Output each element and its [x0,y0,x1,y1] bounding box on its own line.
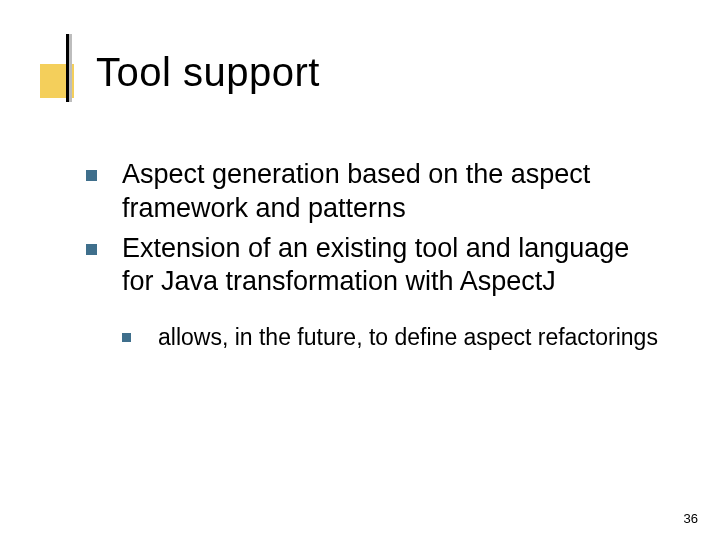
bullet-text: Extension of an existing tool and langua… [122,233,629,297]
page-number: 36 [684,511,698,526]
bullet-text: allows, in the future, to define aspect … [158,324,658,350]
bullet-level2: allows, in the future, to define aspect … [122,323,660,352]
bullet-level1: Extension of an existing tool and langua… [86,232,660,300]
accent-bar-light-icon [69,34,72,102]
slide-title: Tool support [96,50,320,95]
bullet-level1: Aspect generation based on the aspect fr… [86,158,660,226]
title-area: Tool support [40,58,680,138]
square-bullet-icon [122,333,131,342]
slide: Tool support Aspect generation based on … [0,0,720,540]
square-bullet-icon [86,244,97,255]
sub-bullet-group: allows, in the future, to define aspect … [122,323,660,352]
body-area: Aspect generation based on the aspect fr… [86,158,660,352]
bullet-text: Aspect generation based on the aspect fr… [122,159,590,223]
square-bullet-icon [86,170,97,181]
